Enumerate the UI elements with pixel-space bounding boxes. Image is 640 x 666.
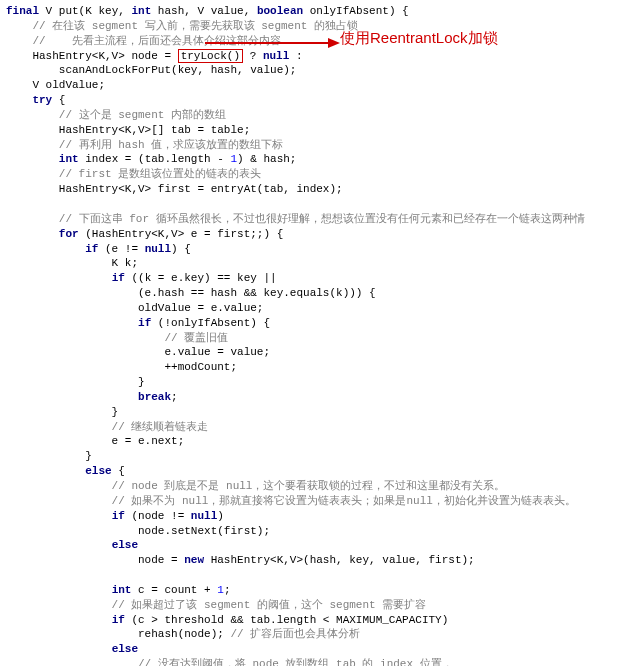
t: boolean	[257, 5, 303, 17]
t: new	[184, 554, 204, 566]
t	[6, 614, 112, 626]
t: null	[263, 50, 289, 62]
comment: // 没有达到阈值，将 node 放到数组 tab 的 index 位置，	[6, 658, 453, 666]
t: c = count +	[131, 584, 217, 596]
t	[6, 584, 112, 596]
t: :	[289, 50, 302, 62]
t: (e.hash == hash && key.equals(k))) {	[6, 287, 376, 299]
comment: // 这个是 segment 内部的数组	[6, 109, 226, 121]
t: }	[6, 376, 145, 388]
t: if	[112, 510, 125, 522]
comment: // node 到底是不是 null，这个要看获取锁的过程，不过和这里都没有关系…	[6, 480, 505, 492]
t: node =	[6, 554, 184, 566]
t	[6, 94, 32, 106]
t: node.setNext(first);	[6, 525, 270, 537]
comment: // 先看主流程，后面还会具体介绍这部分内容	[6, 35, 281, 47]
t	[6, 153, 59, 165]
t: null	[191, 510, 217, 522]
t	[6, 317, 138, 329]
t	[6, 539, 112, 551]
comment: // 继续顺着链表走	[6, 421, 208, 433]
t: rehash(node);	[6, 628, 230, 640]
t: try	[32, 94, 52, 106]
t: {	[52, 94, 65, 106]
t: oldValue = e.value;	[6, 302, 263, 314]
comment: // 下面这串 for 循环虽然很长，不过也很好理解，想想该位置没有任何元素和已…	[6, 213, 585, 225]
t: break	[138, 391, 171, 403]
t: (c > threshold && tab.length < MAXIMUM_C…	[125, 614, 448, 626]
t: V oldValue;	[6, 79, 105, 91]
t: for	[59, 228, 79, 240]
t: onlyIfAbsent) {	[303, 5, 409, 17]
t: (HashEntry<K,V> e = first;;) {	[79, 228, 284, 240]
t: else	[85, 465, 111, 477]
t: {	[112, 465, 125, 477]
t: if	[138, 317, 151, 329]
t	[6, 465, 85, 477]
t	[6, 391, 138, 403]
t	[6, 228, 59, 240]
comment: // 如果超过了该 segment 的阈值，这个 segment 需要扩容	[6, 599, 426, 611]
t: K k;	[6, 257, 138, 269]
trylock-box: tryLock()	[178, 49, 243, 63]
t: int	[112, 584, 132, 596]
t: (e !=	[98, 243, 144, 255]
t: int	[131, 5, 151, 17]
t: }	[6, 450, 92, 462]
t: scanAndLockForPut(key, hash, value);	[6, 64, 296, 76]
t: ;	[224, 584, 231, 596]
t: ?	[243, 50, 263, 62]
comment: // 在往该 segment 写入前，需要先获取该 segment 的独占锁	[6, 20, 358, 32]
comment: // 再利用 hash 值，求应该放置的数组下标	[6, 139, 283, 151]
t: (node !=	[125, 510, 191, 522]
t: else	[112, 539, 138, 551]
t: hash, V value,	[151, 5, 257, 17]
t: (!onlyIfAbsent) {	[151, 317, 270, 329]
t: e.value = value;	[6, 346, 270, 358]
comment: // first 是数组该位置处的链表的表头	[6, 168, 261, 180]
t: }	[6, 406, 118, 418]
callout-text: 使用ReentrantLock加锁	[340, 28, 498, 48]
comment: // 如果不为 null，那就直接将它设置为链表表头；如果是null，初始化并设…	[6, 495, 576, 507]
t: ((k = e.key) == key ||	[125, 272, 277, 284]
t: if	[112, 272, 125, 284]
t: HashEntry<K,V>(hash, key, value, first);	[204, 554, 475, 566]
t	[6, 643, 112, 655]
t: index = (tab.length -	[79, 153, 231, 165]
t: e = e.next;	[6, 435, 184, 447]
t: )	[217, 510, 224, 522]
t: HashEntry<K,V>[] tab = table;	[6, 124, 250, 136]
t	[6, 510, 112, 522]
t: 1	[217, 584, 224, 596]
t: HashEntry<K,V> node =	[6, 50, 178, 62]
t: else	[112, 643, 138, 655]
t: int	[59, 153, 79, 165]
t: ;	[171, 391, 178, 403]
t: ) {	[171, 243, 191, 255]
t: V put(K key,	[39, 5, 131, 17]
t: ++modCount;	[6, 361, 237, 373]
t	[6, 272, 112, 284]
t: if	[85, 243, 98, 255]
comment: // 扩容后面也会具体分析	[230, 628, 360, 640]
comment: // 覆盖旧值	[6, 332, 228, 344]
t: ) & hash;	[237, 153, 296, 165]
code-block: final V put(K key, int hash, V value, bo…	[0, 0, 640, 666]
t: HashEntry<K,V> first = entryAt(tab, inde…	[6, 183, 343, 195]
t: final	[6, 5, 39, 17]
t	[6, 243, 85, 255]
t: null	[145, 243, 171, 255]
t: if	[112, 614, 125, 626]
